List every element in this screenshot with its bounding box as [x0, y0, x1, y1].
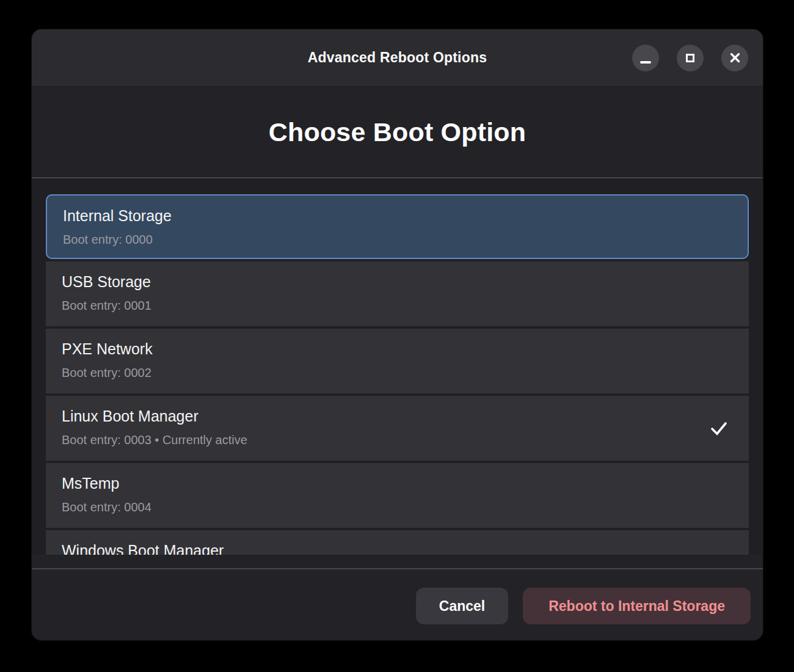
- boot-option-entry: Boot entry: 0000: [63, 232, 732, 247]
- boot-option-row-5[interactable]: Windows Boot Manager: [46, 530, 749, 555]
- titlebar[interactable]: Advanced Reboot Options: [32, 29, 763, 87]
- reboot-button[interactable]: Reboot to Internal Storage: [523, 588, 751, 624]
- boot-option-list: Internal Storage Boot entry: 0000 USB St…: [46, 194, 749, 555]
- boot-option-name: Internal Storage: [63, 206, 732, 225]
- maximize-button[interactable]: [677, 45, 704, 71]
- window-controls: [632, 45, 748, 71]
- dialog-footer: Cancel Reboot to Internal Storage: [32, 569, 763, 640]
- minimize-icon: [640, 61, 651, 64]
- boot-option-name: Linux Boot Manager: [62, 407, 733, 425]
- window-title: Advanced Reboot Options: [308, 49, 487, 66]
- boot-option-row-0[interactable]: Internal Storage Boot entry: 0000: [46, 194, 749, 259]
- minimize-button[interactable]: [632, 45, 659, 71]
- boot-option-name: USB Storage: [62, 272, 733, 291]
- active-check-icon: [709, 418, 729, 438]
- screen-background: Advanced Reboot Options Choose Boot Opti: [0, 0, 794, 672]
- dialog-window: Advanced Reboot Options Choose Boot Opti: [32, 29, 763, 640]
- close-icon: [730, 53, 740, 63]
- close-button[interactable]: [721, 45, 748, 71]
- boot-option-row-3[interactable]: Linux Boot Manager Boot entry: 0003 • Cu…: [46, 396, 749, 461]
- boot-option-entry: Boot entry: 0001: [62, 298, 733, 313]
- boot-option-name: Windows Boot Manager: [62, 541, 733, 555]
- boot-option-entry: Boot entry: 0002: [62, 365, 733, 380]
- boot-option-list-viewport[interactable]: Internal Storage Boot entry: 0000 USB St…: [32, 178, 763, 555]
- dialog-header: Choose Boot Option: [32, 87, 763, 177]
- boot-option-name: MsTemp: [62, 474, 733, 492]
- boot-option-name: PXE Network: [62, 340, 733, 358]
- boot-option-row-2[interactable]: PXE Network Boot entry: 0002: [46, 329, 749, 393]
- boot-option-entry: Boot entry: 0004: [62, 500, 733, 514]
- maximize-icon: [686, 54, 694, 62]
- cancel-button[interactable]: Cancel: [416, 588, 508, 624]
- footer-gap: [32, 555, 763, 568]
- boot-option-entry: Boot entry: 0003 • Currently active: [62, 433, 733, 447]
- boot-option-row-4[interactable]: MsTemp Boot entry: 0004: [46, 463, 749, 528]
- page-title: Choose Boot Option: [269, 117, 526, 147]
- boot-option-row-1[interactable]: USB Storage Boot entry: 0001: [46, 261, 749, 326]
